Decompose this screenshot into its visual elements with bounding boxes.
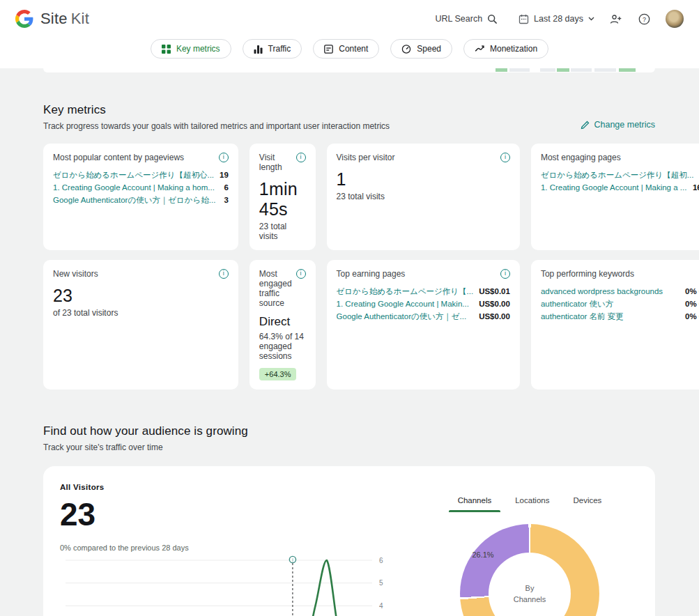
url-search-button[interactable]: URL Search [435, 14, 498, 24]
card-rows: advanced wordpress backgrounds 0% CTR au… [541, 286, 699, 321]
header-actions: URL Search Last 28 days ? [435, 10, 684, 28]
remnant-block [496, 68, 507, 72]
svg-text:4: 4 [379, 602, 383, 610]
key-metrics-section: Key metrics Track progress towards your … [43, 68, 655, 390]
row-value: US$0.00 [479, 299, 510, 309]
card-subtext: 23 total visits [337, 192, 510, 201]
card-row: 1. Creating Google Account | Makin... US… [337, 299, 510, 309]
audience-panel: All Visitors 23 0% compared to the previ… [43, 466, 655, 616]
change-metrics-button[interactable]: Change metrics [581, 120, 655, 131]
pencil-icon [581, 121, 590, 130]
row-value: 0% CTR [685, 311, 699, 321]
audience-title: Find out how your audience is growing [43, 424, 248, 438]
row-value: 6 [224, 183, 228, 192]
row-value: 19 [220, 170, 229, 180]
card-title: Top performing keywords [541, 269, 634, 279]
content-link[interactable]: advanced wordpress backgrounds [541, 286, 679, 296]
card-head: New visitors i [53, 269, 229, 279]
metric-card: Most engaged traffic source i Direct 64.… [249, 260, 316, 390]
content-link[interactable]: Google Authenticatorの使い方｜ゼロから始... [53, 195, 218, 205]
card-title: Visits per visitor [337, 153, 395, 162]
nav-chip-traffic[interactable]: Traffic [243, 39, 302, 59]
content-link[interactable]: Google Authenticatorの使い方｜ゼ... [337, 311, 474, 321]
visitors-line-chart[interactable]: 0123456Dec 6Dec 16Dec 26i [60, 553, 403, 616]
remnant-block [619, 68, 636, 72]
info-icon[interactable]: i [219, 269, 229, 279]
card-row: 1. Creating Google Account | Making a ho… [53, 183, 229, 192]
content-link[interactable]: authenticator 使い方 [541, 299, 679, 309]
card-subtext: 64.3% of 14 engaged sessions [259, 332, 306, 361]
card-head: Most engaged traffic source i [259, 269, 306, 308]
remnant-block [594, 68, 616, 72]
content-link[interactable]: authenticator 名前 変更 [541, 311, 679, 321]
card-row: advanced wordpress backgrounds 0% CTR [541, 286, 699, 296]
person-add-icon [610, 14, 622, 24]
card-head: Visit length i [259, 153, 306, 172]
info-icon[interactable]: i [500, 153, 510, 162]
sitekit-brand: SiteKit [15, 10, 89, 28]
google-logo-icon [15, 10, 33, 28]
card-row: authenticator 使い方 0% CTR [541, 299, 699, 309]
card-rows: ゼロから始めるホームページ作り【... US$0.01 1. Creating … [337, 286, 510, 321]
key-metrics-title: Key metrics [43, 103, 390, 117]
card-title: Top earning pages [337, 269, 406, 279]
info-icon[interactable]: i [296, 153, 306, 162]
content-link[interactable]: 1. Creating Google Account | Makin... [337, 299, 474, 309]
card-row: authenticator 名前 変更 0% CTR [541, 311, 699, 321]
info-icon[interactable]: i [500, 269, 510, 279]
row-value: 16.7% [693, 183, 699, 192]
row-value: US$0.00 [479, 311, 510, 321]
tab-locations[interactable]: Locations [503, 490, 561, 512]
info-icon[interactable]: i [219, 153, 229, 162]
key-metrics-subtitle: Track progress towards your goals with t… [43, 121, 390, 131]
content-link[interactable]: ゼロから始めるホームページ作り【超初... [541, 170, 694, 180]
card-row: Google Authenticatorの使い方｜ゼロから始... 3 [53, 195, 229, 205]
row-value: 0% CTR [685, 299, 699, 309]
tab-devices[interactable]: Devices [561, 490, 613, 512]
card-subtext: 23 total visits [259, 222, 306, 241]
card-title: New visitors [53, 269, 98, 279]
card-head: Most engaging pages i [541, 153, 699, 162]
metric-card: Top earning pages i ゼロから始めるホームページ作り【... … [327, 260, 520, 390]
calendar-icon [519, 14, 529, 24]
app-header: SiteKit URL Search Last 28 days ? [0, 0, 699, 38]
card-value: Direct [259, 315, 306, 329]
user-avatar[interactable] [666, 10, 684, 28]
card-value: 1min 45s [259, 179, 306, 220]
metric-card: Visits per visitor i 1 23 total visits [327, 144, 520, 250]
metric-card: Visit length i 1min 45s 23 total visits [249, 144, 316, 250]
svg-text:5: 5 [379, 579, 383, 587]
dashboard-body: Key metrics Track progress towards your … [0, 68, 699, 616]
share-wrapup-button[interactable] [608, 13, 623, 26]
help-icon: ? [638, 13, 650, 25]
info-icon[interactable]: i [296, 269, 306, 279]
date-range-selector[interactable]: Last 28 days [519, 14, 594, 24]
url-search-label: URL Search [435, 14, 482, 24]
content-link[interactable]: 1. Creating Google Account | Making a ho… [53, 183, 218, 192]
card-row: 1. Creating Google Account | Making a ..… [541, 183, 699, 192]
tab-channels[interactable]: Channels [446, 490, 504, 512]
card-row: ゼロから始めるホームページ作り【超初... 70% [541, 170, 699, 180]
row-value: 0% CTR [685, 286, 699, 296]
svg-text:6: 6 [379, 557, 383, 564]
remnant-block [509, 68, 530, 72]
content-link[interactable]: 1. Creating Google Account | Making a ..… [541, 183, 687, 192]
nav-chip-key-metrics[interactable]: Key metrics [151, 39, 231, 59]
audience-subtitle: Track your site's traffic over time [43, 442, 248, 452]
channels-donut-chart[interactable]: By Channels 73.9% 26.1% [460, 524, 599, 616]
remnant-block [571, 68, 592, 72]
help-button[interactable]: ? [637, 12, 652, 26]
content-link[interactable]: ゼロから始めるホームページ作り【... [337, 286, 474, 296]
channels-block: ChannelsLocationsDevices By Channels 73.… [411, 490, 648, 616]
donut-center-label: By Channels [514, 583, 546, 606]
content-link[interactable]: ゼロから始めるホームページ作り【超初心... [53, 170, 214, 180]
svg-text:?: ? [643, 16, 646, 23]
card-head: Visits per visitor i [337, 153, 510, 162]
nav-chip-speed[interactable]: Speed [390, 39, 452, 59]
card-head: Top performing keywords i [541, 269, 699, 279]
nav-chip-content[interactable]: Content [313, 39, 379, 59]
speed-gauge-icon [401, 45, 411, 54]
nav-chip-monetization[interactable]: Monetization [463, 39, 548, 59]
metric-card: Top performing keywords i advanced wordp… [531, 260, 699, 390]
card-head: Top earning pages i [337, 269, 510, 279]
